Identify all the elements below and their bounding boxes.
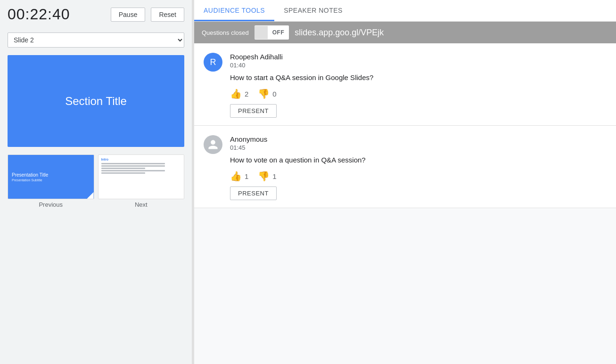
timer-bar: 00:22:40 Pause Reset (0, 0, 192, 29)
current-slide-preview: Section Title (8, 55, 184, 147)
questions-toggle[interactable]: OFF (255, 25, 289, 40)
previous-label: Previous (39, 201, 63, 208)
question-author-2: Anonymous (230, 135, 607, 143)
thumbs-down-icon-1: 👎 (258, 88, 270, 99)
question-content-1: Roopesh Adihalli 01:40 How to start a Q&… (230, 53, 607, 118)
tab-speaker-notes[interactable]: SPEAKER NOTES (274, 0, 352, 21)
question-text-1: How to start a Q&A session in Google Sli… (230, 73, 607, 82)
questions-header: Questions closed OFF slides.app.goo.gl/V… (194, 22, 616, 43)
slide-select-row: Slide 1 Slide 2 Slide 3 Slide 4 (0, 29, 192, 51)
question-card-1: R Roopesh Adihalli 01:40 How to start a … (194, 43, 616, 126)
downvote-item-1: 👎 0 (258, 88, 276, 99)
present-button-1[interactable]: PRESENT (230, 104, 277, 118)
tabs-bar: AUDIENCE TOOLS SPEAKER NOTES (194, 0, 616, 22)
thumbs-up-icon-2: 👍 (230, 170, 242, 182)
next-intro-label: Intro (101, 158, 109, 161)
toggle-off-button[interactable]: OFF (268, 27, 289, 38)
upvote-item-2: 👍 1 (230, 170, 248, 182)
avatar-roopesh: R (204, 53, 222, 72)
next-label: Next (135, 201, 148, 208)
avatar-anonymous (204, 135, 222, 154)
downvote-count-1: 0 (272, 90, 276, 98)
next-slide-item[interactable]: Intro Next (98, 154, 185, 208)
next-slide-thumb: Intro (98, 154, 185, 199)
right-panel: AUDIENCE TOOLS SPEAKER NOTES Questions c… (194, 0, 616, 364)
previous-slide-item[interactable]: Presentation Title Presentation Subtitle… (8, 154, 94, 208)
questions-list: R Roopesh Adihalli 01:40 How to start a … (194, 43, 616, 364)
upvote-count-2: 1 (245, 172, 248, 180)
previous-slide-thumb: Presentation Title Presentation Subtitle (8, 154, 94, 199)
anonymous-person-icon (207, 139, 219, 150)
question-time-1: 01:40 (230, 62, 607, 69)
vote-row-2: 👍 1 👎 1 (230, 170, 607, 182)
tab-audience-tools[interactable]: AUDIENCE TOOLS (194, 0, 274, 21)
pause-button[interactable]: Pause (111, 8, 146, 22)
question-text-2: How to vote on a question in Q&A session… (230, 155, 607, 165)
vote-row-1: 👍 2 👎 0 (230, 88, 607, 99)
thumbs-up-icon-1: 👍 (230, 88, 242, 99)
downvote-item-2: 👎 1 (258, 170, 276, 182)
upvote-item-1: 👍 2 (230, 88, 248, 99)
slide-title: Section Title (65, 95, 127, 108)
prev-slide-title: Presentation Title (12, 172, 48, 178)
question-content-2: Anonymous 01:45 How to vote on a questio… (230, 135, 607, 200)
left-panel: 00:22:40 Pause Reset Slide 1 Slide 2 Sli… (0, 0, 192, 364)
previous-slide-preview: Presentation Title Presentation Subtitle (8, 155, 94, 199)
next-line-4 (101, 170, 165, 171)
questions-status-label: Questions closed (202, 29, 249, 36)
prev-slide-subtitle: Presentation Subtitle (12, 178, 42, 182)
next-line-3 (101, 168, 145, 169)
prev-corner-fold (87, 192, 94, 199)
slides-url: slides.app.goo.gl/VPEjk (295, 28, 384, 38)
question-card-2: Anonymous 01:45 How to vote on a questio… (194, 126, 616, 208)
next-line-2 (101, 165, 165, 167)
question-time-2: 01:45 (230, 144, 607, 151)
next-line-1 (101, 163, 165, 164)
next-body-lines (101, 163, 181, 174)
present-button-2[interactable]: PRESENT (230, 186, 277, 200)
nav-slides: Presentation Title Presentation Subtitle… (0, 151, 192, 212)
downvote-count-2: 1 (272, 172, 276, 180)
slide-select[interactable]: Slide 1 Slide 2 Slide 3 Slide 4 (8, 32, 184, 48)
upvote-count-1: 2 (245, 90, 248, 98)
reset-button[interactable]: Reset (151, 8, 184, 22)
toggle-slider (255, 26, 268, 39)
timer-display: 00:22:40 (8, 6, 105, 23)
next-slide-preview: Intro (99, 155, 184, 199)
next-line-5 (101, 172, 145, 174)
question-author-1: Roopesh Adihalli (230, 53, 607, 61)
thumbs-down-icon-2: 👎 (258, 170, 270, 182)
